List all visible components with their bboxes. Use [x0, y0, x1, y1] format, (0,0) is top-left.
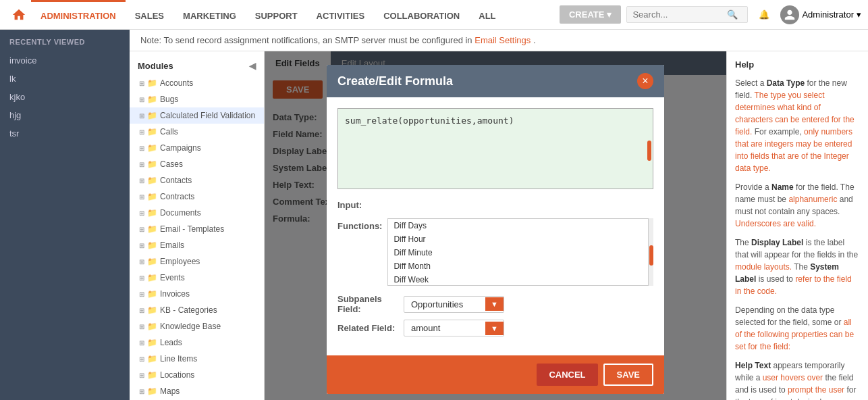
modal-footer: CANCEL SAVE — [327, 355, 664, 394]
user-menu[interactable]: Administrator ▾ — [780, 5, 861, 24]
module-emails[interactable]: ⊞ 📁 Emails — [130, 237, 264, 253]
expand-icon: ⊞ — [139, 177, 144, 184]
module-email-templates[interactable]: ⊞ 📁 Email - Templates — [130, 221, 264, 237]
module-contracts[interactable]: ⊞ 📁 Contracts — [130, 189, 264, 205]
modal-close-button[interactable]: × — [637, 73, 653, 89]
module-knowledge-base[interactable]: ⊞ 📁 Knowledge Base — [130, 318, 264, 334]
module-accounts[interactable]: ⊞ 📁 Accounts — [130, 75, 264, 91]
related-field-dropdown-arrow[interactable]: ▼ — [485, 322, 504, 335]
help-para-4: Depending on the data type selected for … — [735, 304, 860, 353]
folder-icon: 📁 — [147, 78, 157, 88]
related-field-row: Related Field: amount ▼ — [337, 320, 653, 336]
folder-icon: 📁 — [147, 208, 157, 218]
function-diff-minute[interactable]: Diff Minute — [388, 246, 653, 259]
nav-collaboration[interactable]: COLLABORATION — [374, 0, 469, 30]
sidebar-item-tsr[interactable]: tsr ✎ — [0, 124, 130, 143]
module-maps[interactable]: ⊞ 📁 Maps — [130, 383, 264, 399]
subpanels-select[interactable]: Opportunities ▼ — [404, 296, 504, 313]
folder-icon: 📁 — [147, 192, 157, 201]
sidebar-item-invoice[interactable]: invoice ✎ — [0, 51, 130, 70]
nav-activities[interactable]: ACTIVITIES — [307, 0, 375, 30]
module-events[interactable]: ⊞ 📁 Events — [130, 270, 264, 286]
sidebar-item-kjko[interactable]: kjko ✎ — [0, 88, 130, 106]
module-locations[interactable]: ⊞ 📁 Locations — [130, 367, 264, 383]
create-button[interactable]: CREATE ▾ — [560, 5, 621, 24]
module-invoices[interactable]: ⊞ 📁 Invoices — [130, 286, 264, 302]
help-para-5: Help Text appears temporarily while a us… — [735, 359, 860, 401]
folder-icon: 📁 — [147, 322, 157, 331]
content-area: Note: To send record assignment notifica… — [130, 30, 868, 400]
sidebar-label: kjko — [9, 92, 25, 102]
module-contacts[interactable]: ⊞ 📁 Contacts — [130, 172, 264, 189]
user-name: Administrator — [802, 9, 854, 20]
subpanels-value: Opportunities — [404, 297, 485, 312]
related-field-select[interactable]: amount ▼ — [404, 320, 504, 336]
module-campaigns[interactable]: ⊞ 📁 Campaigns — [130, 140, 264, 156]
expand-icon: ⊞ — [139, 291, 144, 298]
sidebar-item-hjg[interactable]: hjg ✎ — [0, 106, 130, 124]
modal-cancel-button[interactable]: CANCEL — [537, 364, 597, 386]
function-diff-hour[interactable]: Diff Hour — [388, 232, 653, 246]
folder-icon: 📁 — [147, 305, 157, 315]
expand-icon: ⊞ — [139, 209, 144, 217]
modules-panel: Modules ◀ ⊞ 📁 Accounts ⊞ 📁 Bugs ⊞ 📁 Calc… — [130, 51, 265, 400]
module-bugs[interactable]: ⊞ 📁 Bugs — [130, 91, 264, 107]
subpanels-dropdown-arrow[interactable]: ▼ — [485, 297, 504, 311]
module-line-items[interactable]: ⊞ 📁 Line Items — [130, 351, 264, 367]
edit-area: Edit Fields Edit Layout SAVE Data Type: … — [265, 51, 726, 400]
related-field-value: amount — [404, 320, 485, 336]
functions-section: Functions: Diff Days Diff Hour Diff Minu… — [337, 218, 653, 286]
expand-icon: ⊞ — [139, 145, 144, 152]
folder-icon: 📁 — [147, 257, 157, 266]
folder-icon: 📁 — [147, 338, 157, 347]
lower-area: Modules ◀ ⊞ 📁 Accounts ⊞ 📁 Bugs ⊞ 📁 Calc… — [130, 51, 868, 400]
sidebar-item-lk[interactable]: lk ✎ — [0, 70, 130, 88]
search-bar[interactable]: 🔍 — [626, 6, 748, 23]
function-diff-month[interactable]: Diff Month — [388, 259, 653, 273]
module-leads[interactable]: ⊞ 📁 Leads — [130, 334, 264, 351]
help-panel: Help Select a Data Type for the new fiel… — [726, 51, 868, 400]
home-logo[interactable] — [7, 0, 31, 30]
nav-all[interactable]: ALL — [469, 0, 505, 30]
collapse-modules-icon[interactable]: ◀ — [249, 61, 256, 71]
search-icon[interactable]: 🔍 — [727, 9, 738, 20]
expand-icon: ⊞ — [139, 355, 144, 363]
help-para-1: Select a Data Type for the new field. Th… — [735, 77, 860, 174]
nav-sales[interactable]: SALES — [126, 0, 173, 30]
sidebar-header: Recently Viewed — [0, 30, 130, 51]
expand-icon: ⊞ — [139, 258, 144, 266]
functions-list[interactable]: Diff Days Diff Hour Diff Minute Diff Mon… — [387, 218, 653, 286]
expand-icon: ⊞ — [139, 193, 144, 201]
subpanels-section: SubpanelsField: Opportunities ▼ Related … — [337, 294, 653, 336]
module-employees[interactable]: ⊞ 📁 Employees — [130, 253, 264, 270]
module-kb-categories[interactable]: ⊞ 📁 KB - Categories — [130, 302, 264, 318]
folder-icon: 📁 — [147, 95, 157, 104]
function-diff-week[interactable]: Diff Week — [388, 273, 653, 286]
nav-support[interactable]: SUPPORT — [246, 0, 307, 30]
function-diff-days[interactable]: Diff Days — [388, 219, 653, 232]
nav-administration[interactable]: ADMINISTRATION — [31, 0, 126, 30]
email-settings-link[interactable]: Email Settings — [474, 35, 531, 45]
top-navigation: ADMINISTRATION SALES MARKETING SUPPORT A… — [0, 0, 868, 30]
user-dropdown-icon: ▾ — [857, 9, 861, 20]
module-calculated[interactable]: ⊞ 📁 Calculated Field Validation — [130, 107, 264, 124]
module-calls[interactable]: ⊞ 📁 Calls — [130, 124, 264, 140]
modal-overlay: Create/Edit Formula × sum_relate(opportu… — [265, 51, 726, 400]
folder-icon: 📁 — [147, 273, 157, 282]
related-field-label: Related Field: — [337, 323, 398, 333]
notification-bell[interactable]: 🔔 — [753, 4, 775, 26]
expand-icon: ⊞ — [139, 226, 144, 233]
modal-save-button[interactable]: SAVE — [603, 364, 653, 386]
help-para-2: Provide a Name for the field. The name m… — [735, 181, 860, 230]
sidebar-label: lk — [9, 74, 16, 84]
expand-icon: ⊞ — [139, 128, 144, 136]
search-input[interactable] — [632, 9, 727, 20]
sidebar-label: tsr — [9, 128, 19, 139]
formula-textarea[interactable]: sum_relate(opportunities,amount) — [337, 108, 653, 189]
folder-icon: 📁 — [147, 370, 157, 380]
folder-icon: 📁 — [147, 111, 157, 120]
module-cases[interactable]: ⊞ 📁 Cases — [130, 156, 264, 172]
module-documents[interactable]: ⊞ 📁 Documents — [130, 205, 264, 221]
expand-icon: ⊞ — [139, 339, 144, 347]
nav-marketing[interactable]: MARKETING — [173, 0, 246, 30]
